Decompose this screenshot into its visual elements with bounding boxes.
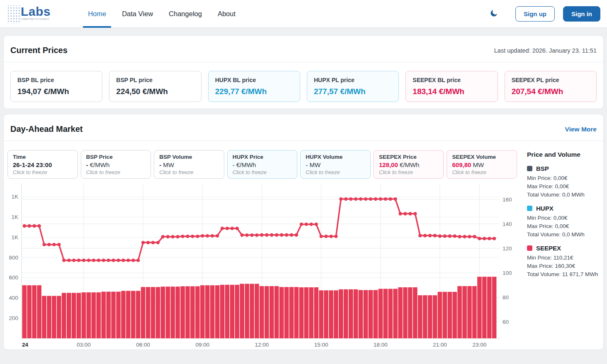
volume-bar[interactable] <box>111 292 116 339</box>
freeze-card[interactable]: BSP Volume- MWClick to freeze <box>154 150 224 179</box>
volume-bar[interactable] <box>339 289 343 338</box>
volume-bar[interactable] <box>319 290 323 338</box>
price-point[interactable] <box>329 235 333 238</box>
price-point[interactable] <box>112 259 115 262</box>
price-point[interactable] <box>151 241 155 244</box>
volume-bar[interactable] <box>136 291 141 339</box>
volume-bar[interactable] <box>220 285 225 338</box>
price-point[interactable] <box>67 259 70 262</box>
nav-item-data-view[interactable]: Data View <box>122 0 153 28</box>
price-point[interactable] <box>339 197 342 201</box>
volume-bar[interactable] <box>309 287 313 338</box>
price-point[interactable] <box>28 224 31 228</box>
price-point[interactable] <box>206 234 209 238</box>
volume-bar[interactable] <box>185 286 190 339</box>
price-point[interactable] <box>121 259 125 262</box>
price-point[interactable] <box>384 197 387 201</box>
volume-bar[interactable] <box>294 287 299 338</box>
volume-bar[interactable] <box>151 287 155 338</box>
price-point[interactable] <box>201 234 204 238</box>
volume-bar[interactable] <box>166 286 170 338</box>
price-point[interactable] <box>493 237 496 240</box>
volume-bar[interactable] <box>42 296 46 338</box>
volume-bar[interactable] <box>200 285 205 338</box>
price-point[interactable] <box>166 235 170 238</box>
volume-bar[interactable] <box>324 290 328 338</box>
price-point[interactable] <box>478 237 481 240</box>
price-point[interactable] <box>428 234 432 237</box>
price-point[interactable] <box>280 233 283 237</box>
price-point[interactable] <box>181 235 184 238</box>
price-point[interactable] <box>260 233 263 237</box>
price-point[interactable] <box>221 227 224 230</box>
volume-bar[interactable] <box>161 286 165 338</box>
volume-bar[interactable] <box>175 286 180 338</box>
price-point[interactable] <box>186 235 189 238</box>
volume-bar[interactable] <box>265 286 269 338</box>
volume-bar[interactable] <box>274 286 279 338</box>
price-point[interactable] <box>52 243 56 246</box>
volume-bar[interactable] <box>433 295 437 338</box>
price-point[interactable] <box>161 235 165 238</box>
volume-bar[interactable] <box>299 287 304 338</box>
price-point[interactable] <box>408 212 412 215</box>
volume-bar[interactable] <box>354 289 358 338</box>
price-point[interactable] <box>250 233 253 237</box>
volume-bar[interactable] <box>492 277 497 339</box>
volume-bar[interactable] <box>106 292 111 339</box>
price-point[interactable] <box>42 243 46 246</box>
price-point[interactable] <box>285 233 288 237</box>
price-point[interactable] <box>433 234 437 237</box>
price-point[interactable] <box>77 259 80 262</box>
volume-bar[interactable] <box>47 296 51 338</box>
price-point[interactable] <box>131 259 135 262</box>
price-point[interactable] <box>191 235 194 238</box>
price-point[interactable] <box>305 223 308 226</box>
price-point[interactable] <box>72 259 75 262</box>
volume-bar[interactable] <box>403 287 408 338</box>
volume-bar[interactable] <box>467 286 472 338</box>
freeze-card[interactable]: Time26-1-24 23:00Click to freeze <box>7 150 78 179</box>
volume-bar[interactable] <box>27 285 32 338</box>
price-point[interactable] <box>196 235 199 238</box>
price-point[interactable] <box>334 235 337 238</box>
volume-bar[interactable] <box>67 293 71 338</box>
volume-bar[interactable] <box>349 289 353 338</box>
volume-bar[interactable] <box>141 287 146 338</box>
freeze-card[interactable]: HUPX Price- €/MWhClick to freeze <box>227 150 298 179</box>
dark-mode-toggle[interactable] <box>486 6 501 21</box>
volume-bar[interactable] <box>388 289 393 338</box>
volume-bar[interactable] <box>87 292 91 338</box>
dam-chart[interactable]: 2004006008001K1K1K60801001201401602403:0… <box>4 182 522 349</box>
price-point[interactable] <box>97 259 100 262</box>
price-point[interactable] <box>156 241 160 244</box>
volume-bar[interactable] <box>418 295 422 338</box>
volume-bar[interactable] <box>334 290 338 338</box>
price-point[interactable] <box>344 197 347 201</box>
volume-bar[interactable] <box>22 285 27 338</box>
price-point[interactable] <box>448 234 452 238</box>
volume-bar[interactable] <box>393 289 398 338</box>
volume-bar[interactable] <box>428 295 432 338</box>
price-point[interactable] <box>438 234 442 238</box>
price-point[interactable] <box>443 234 447 238</box>
price-point[interactable] <box>82 259 85 262</box>
volume-bar[interactable] <box>92 292 96 338</box>
logo[interactable]: Labs COMMITTED TO CONNECT <box>7 5 73 22</box>
price-point[interactable] <box>295 233 298 237</box>
volume-bar[interactable] <box>225 285 230 338</box>
price-point[interactable] <box>37 224 41 228</box>
volume-bar[interactable] <box>32 285 36 338</box>
freeze-card[interactable]: SEEPEX Price128,00 €/MWhClick to freeze <box>374 150 444 179</box>
freeze-card[interactable]: SEEPEX Volume609,80 MWClick to freeze <box>447 150 517 179</box>
volume-bar[interactable] <box>438 292 442 338</box>
price-point[interactable] <box>468 235 471 238</box>
price-point[interactable] <box>270 233 273 237</box>
volume-bar[interactable] <box>270 286 274 338</box>
volume-bar[interactable] <box>398 287 403 338</box>
price-point[interactable] <box>23 224 26 228</box>
volume-bar[interactable] <box>180 286 185 339</box>
price-point[interactable] <box>458 235 461 238</box>
price-point[interactable] <box>290 233 293 237</box>
price-point[interactable] <box>473 235 476 238</box>
